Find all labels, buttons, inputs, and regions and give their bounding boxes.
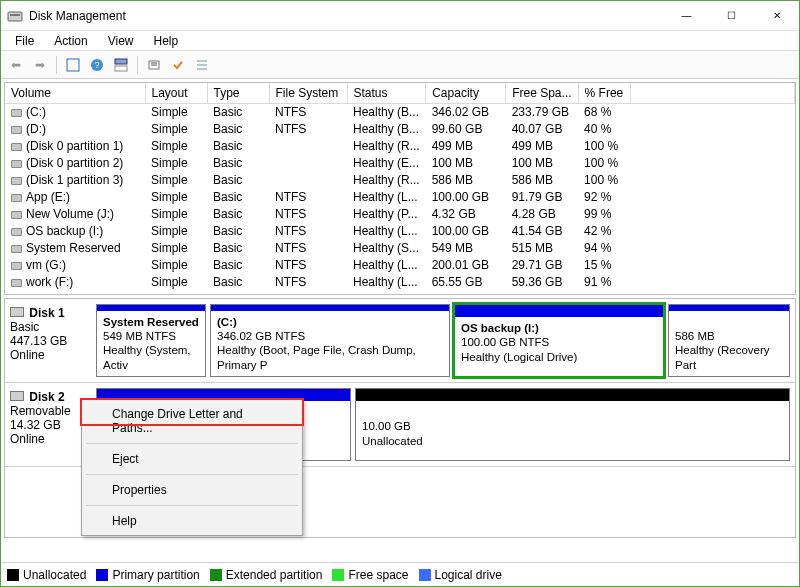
toolbar-separator: [137, 56, 138, 74]
menu-file[interactable]: File: [5, 32, 44, 50]
disk1-partitions: System Reserved 549 MB NTFS Healthy (Sys…: [96, 304, 790, 377]
forward-button[interactable]: ➡: [29, 54, 51, 76]
view-top-button[interactable]: [110, 54, 132, 76]
minimize-button[interactable]: —: [664, 1, 709, 30]
svg-rect-5: [115, 59, 127, 64]
partition-os-backup[interactable]: OS backup (I:) 100.00 GB NTFS Healthy (L…: [454, 304, 664, 377]
table-row[interactable]: (Disk 0 partition 1)SimpleBasicHealthy (…: [5, 137, 795, 154]
menu-help[interactable]: Help: [84, 509, 300, 533]
partition-title: OS backup (I:): [461, 322, 539, 334]
table-row[interactable]: (Disk 0 partition 2)SimpleBasicHealthy (…: [5, 154, 795, 171]
legend-free: Free space: [332, 568, 408, 582]
legend-unallocated: Unallocated: [7, 568, 86, 582]
disk-icon: [10, 391, 24, 401]
partition-recovery[interactable]: 586 MB Healthy (Recovery Part: [668, 304, 790, 377]
disk-size: 14.32 GB: [10, 418, 61, 432]
menubar: File Action View Help: [1, 31, 799, 51]
maximize-button[interactable]: ☐: [709, 1, 754, 30]
volume-table[interactable]: Volume Layout Type File System Status Ca…: [5, 83, 795, 290]
disk-name: Disk 2: [29, 390, 64, 404]
volume-icon: [11, 143, 22, 151]
legend-extended: Extended partition: [210, 568, 323, 582]
table-row[interactable]: work (F:)SimpleBasicNTFSHealthy (L...65.…: [5, 273, 795, 290]
disk-label[interactable]: Disk 1 Basic 447.13 GB Online: [10, 304, 96, 377]
partition-system-reserved[interactable]: System Reserved 549 MB NTFS Healthy (Sys…: [96, 304, 206, 377]
col-volume[interactable]: Volume: [5, 83, 145, 103]
close-button[interactable]: ✕: [754, 1, 799, 30]
legend-primary: Primary partition: [96, 568, 199, 582]
table-row[interactable]: vm (G:)SimpleBasicNTFSHealthy (L...200.0…: [5, 256, 795, 273]
menu-properties[interactable]: Properties: [84, 478, 300, 502]
disk-type: Basic: [10, 320, 39, 334]
col-free[interactable]: Free Spa...: [506, 83, 578, 103]
partition-status: Unallocated: [362, 435, 423, 447]
legend: Unallocated Primary partition Extended p…: [1, 562, 799, 586]
partition-unallocated[interactable]: 10.00 GB Unallocated: [355, 388, 790, 461]
settings-button[interactable]: [143, 54, 165, 76]
menu-action[interactable]: Action: [44, 32, 97, 50]
col-status[interactable]: Status: [347, 83, 426, 103]
volume-icon: [11, 279, 22, 287]
svg-rect-0: [8, 12, 22, 21]
help-button[interactable]: ?: [86, 54, 108, 76]
col-capacity[interactable]: Capacity: [426, 83, 506, 103]
disk-name: Disk 1: [29, 306, 64, 320]
partition-status: Healthy (Boot, Page File, Crash Dump, Pr…: [217, 344, 416, 370]
volume-icon: [11, 228, 22, 236]
apply-button[interactable]: [167, 54, 189, 76]
menu-eject[interactable]: Eject: [84, 447, 300, 471]
table-row[interactable]: System ReservedSimpleBasicNTFSHealthy (S…: [5, 239, 795, 256]
back-button[interactable]: ⬅: [5, 54, 27, 76]
col-filesystem[interactable]: File System: [269, 83, 347, 103]
table-row[interactable]: OS backup (I:)SimpleBasicNTFSHealthy (L.…: [5, 222, 795, 239]
table-row[interactable]: (D:)SimpleBasicNTFSHealthy (B...99.60 GB…: [5, 120, 795, 137]
menu-view[interactable]: View: [98, 32, 144, 50]
col-blank: [630, 83, 794, 103]
toolbar-separator: [56, 56, 57, 74]
menu-help[interactable]: Help: [144, 32, 189, 50]
disk-size: 447.13 GB: [10, 334, 67, 348]
toolbar: ⬅ ➡ ?: [1, 51, 799, 79]
partition-c-drive[interactable]: (C:) 346.02 GB NTFS Healthy (Boot, Page …: [210, 304, 450, 377]
disk-icon: [10, 307, 24, 317]
table-row[interactable]: (C:)SimpleBasicNTFSHealthy (B...346.02 G…: [5, 103, 795, 120]
volume-icon: [11, 211, 22, 219]
volume-icon: [11, 194, 22, 202]
menu-change-drive-letter[interactable]: Change Drive Letter and Paths...: [84, 402, 300, 440]
partition-status: Healthy (Logical Drive): [461, 351, 577, 363]
partition-size: 586 MB: [675, 330, 715, 342]
window-controls: — ☐ ✕: [664, 1, 799, 30]
partition-status: Healthy (Recovery Part: [675, 344, 770, 370]
partition-color-bar: [455, 305, 663, 317]
table-row[interactable]: (Disk 1 partition 3)SimpleBasicHealthy (…: [5, 171, 795, 188]
volume-list[interactable]: Volume Layout Type File System Status Ca…: [4, 82, 796, 295]
legend-label: Free space: [348, 568, 408, 582]
partition-size: 100.00 GB NTFS: [461, 336, 549, 348]
list-button[interactable]: [191, 54, 213, 76]
svg-rect-2: [67, 59, 79, 71]
col-layout[interactable]: Layout: [145, 83, 207, 103]
volume-icon: [11, 109, 22, 117]
svg-rect-6: [115, 66, 127, 71]
partition-size: 10.00 GB: [362, 420, 411, 432]
partition-size: 346.02 GB NTFS: [217, 330, 305, 342]
table-row[interactable]: New Volume (J:)SimpleBasicNTFSHealthy (P…: [5, 205, 795, 222]
disk-status: Online: [10, 348, 45, 362]
disk-row: Disk 1 Basic 447.13 GB Online System Res…: [5, 299, 795, 383]
disk-type: Removable: [10, 404, 71, 418]
svg-text:?: ?: [94, 60, 99, 70]
app-icon: [7, 8, 23, 24]
refresh-button[interactable]: [62, 54, 84, 76]
legend-logical: Logical drive: [419, 568, 502, 582]
titlebar: Disk Management — ☐ ✕: [1, 1, 799, 31]
partition-title: System Reserved: [103, 316, 199, 328]
col-type[interactable]: Type: [207, 83, 269, 103]
window-title: Disk Management: [29, 9, 664, 23]
partition-size: 549 MB NTFS: [103, 330, 176, 342]
svg-rect-1: [10, 14, 20, 16]
col-pfree[interactable]: % Free: [578, 83, 630, 103]
table-row[interactable]: App (E:)SimpleBasicNTFSHealthy (L...100.…: [5, 188, 795, 205]
legend-label: Unallocated: [23, 568, 86, 582]
menu-separator: [86, 443, 298, 444]
legend-label: Extended partition: [226, 568, 323, 582]
